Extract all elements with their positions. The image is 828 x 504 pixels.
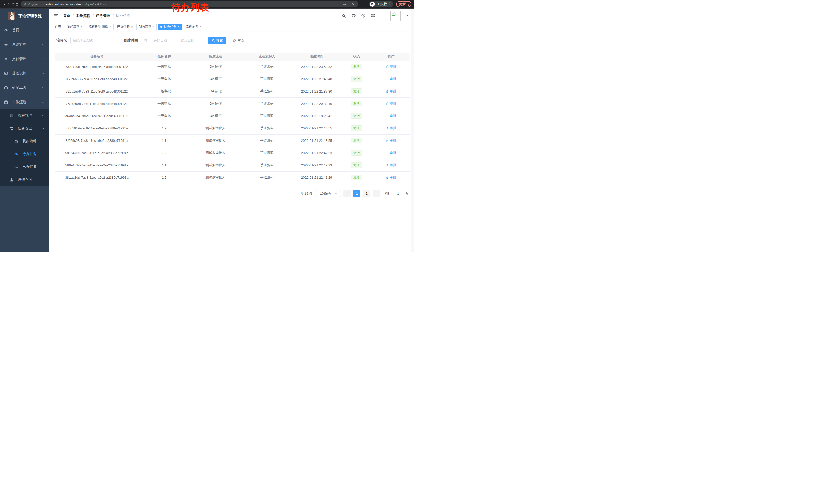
tab-home[interactable]: 首页 [52,24,64,30]
bookmark-star-icon[interactable] [351,2,355,6]
sidebar-collapse-icon[interactable] [54,13,59,18]
chevron-down-icon [42,114,45,117]
approve-button[interactable]: 审批 [385,113,396,118]
process-cell: OA 请假 [190,97,241,110]
breadcrumb-item[interactable]: 首页 [63,13,70,18]
sidebar-item-label: 待办任务 [22,152,37,156]
sidebar-item-dev-tools[interactable]: 研发工具 [0,81,49,95]
date-range-separator: - [173,39,174,43]
status-badge: 激活 [351,76,362,82]
search-icon[interactable] [342,13,346,18]
tab-close-icon[interactable]: × [199,26,201,29]
task-name-cell: 1.1 [138,134,190,147]
breadcrumb-item[interactable]: 工作流程 [76,13,90,18]
status-cell: 激活 [340,110,372,122]
filter-form: 流程名 创建时间 开始日期 - 结束日期 搜索 重置 [56,37,414,44]
process-cell: 测试多审批人 [190,171,241,184]
reset-button[interactable]: 重置 [230,37,248,44]
approve-button[interactable]: 审批 [385,126,396,131]
create-time-label: 创建时间 [124,38,138,43]
chevron-right-icon [375,192,378,195]
tab-start-process[interactable]: 发起流程× [65,24,85,30]
avatar[interactable] [390,11,401,21]
todo-task-table: 任务编号任务名称所属流程流程发起人创建时间状态操作 73211d9d-7b9b-… [55,53,410,184]
breadcrumb-item[interactable]: 任务管理 [96,13,110,18]
status-cell: 激活 [340,171,372,184]
approve-button[interactable]: 审批 [385,101,396,106]
status-cell: 激活 [340,122,372,134]
sidebar-item-done-tasks[interactable]: 已办任务 [0,161,49,173]
password-key-icon[interactable] [343,2,346,6]
approve-button[interactable]: 审批 [385,64,396,69]
sidebar-item-workflow[interactable]: 工作流程 [0,95,49,109]
browser-menu-icon[interactable] [408,3,409,6]
sidebar-item-process-mgmt[interactable]: 流程管理 [0,109,49,122]
date-range-picker[interactable]: 开始日期 - 结束日期 [141,37,202,44]
browser-back-icon[interactable] [3,2,7,6]
app-title: 芋道管理系统 [18,13,42,18]
page-button-1[interactable]: 1 [353,190,360,197]
sidebar-item-todo-tasks[interactable]: 待办任务 [0,148,49,161]
goto-suffix: 页 [405,191,408,196]
font-size-icon[interactable]: tT [381,13,385,18]
browser-update-button[interactable]: 更新 [396,1,411,7]
initiator-cell: 芋道源码 [241,73,293,85]
tab-todo-tasks[interactable]: 待办任务× [158,24,182,30]
tab-close-icon[interactable]: × [153,26,155,29]
chevron-up-icon [42,101,45,103]
task-id-cell: 580e1b3d-7ac8-11ec-a9e2-a2380e71991a [55,159,138,171]
avatar-caret-down-icon[interactable] [406,14,409,17]
face-icon [14,139,18,144]
goto-page-input[interactable] [394,190,403,197]
task-name-cell: 1.2 [138,122,190,134]
approve-button[interactable]: 审批 [385,175,396,180]
omnibox-divider [41,2,41,6]
calendar-icon [143,39,147,42]
security-label[interactable]: 不安全 [29,2,38,6]
tab-close-icon[interactable]: × [178,26,179,29]
tab-process-detail[interactable]: 流程详情× [183,24,203,30]
process-name-input[interactable] [70,37,118,44]
search-button[interactable]: 搜索 [208,37,226,44]
sidebar-item-payment-mgmt[interactable]: 支付管理 [0,52,49,66]
github-icon[interactable] [351,13,356,18]
page-size-select[interactable]: 10条/页 [316,190,341,197]
fullscreen-icon[interactable] [371,13,375,18]
browser-reload-icon[interactable] [11,2,15,6]
browser-forward-icon[interactable] [7,2,11,6]
svg-text:T: T [382,14,384,18]
scrollbar-gutter[interactable] [411,9,414,252]
approve-button[interactable]: 审批 [385,138,396,143]
sidebar-item-leave-query[interactable]: 请假查询 [0,173,49,186]
tab-done-tasks[interactable]: 已办任务× [115,24,135,30]
help-icon[interactable] [361,13,366,18]
page-button-2[interactable]: 2 [363,190,370,197]
browser-home-icon[interactable] [15,2,19,6]
sidebar-item-infrastructure[interactable]: 基础设施 [0,66,49,81]
sidebar-item-my-process[interactable]: 我的流程 [0,135,49,148]
process-cell: OA 请假 [190,73,241,85]
approve-button[interactable]: 审批 [385,77,396,81]
tab-my-process[interactable]: 我的流程× [136,24,157,30]
status-cell: 激活 [340,134,372,147]
app-logo-row[interactable]: 芋道管理系统 [0,9,49,23]
prev-page-button[interactable] [343,190,350,197]
sidebar-item-task-mgmt[interactable]: 任务管理 [0,122,49,135]
sidebar-item-label: 研发工具 [12,85,27,90]
tab-close-icon[interactable]: × [110,26,111,29]
sidebar-item-system-mgmt[interactable]: 系统管理 [0,37,49,52]
edit-pen-icon [385,139,388,142]
sidebar-item-home[interactable]: 首页 [0,23,49,37]
process-cell: OA 请假 [190,85,241,97]
approve-button[interactable]: 审批 [385,89,396,94]
approve-button[interactable]: 审批 [385,163,396,168]
status-cell: 激活 [340,73,372,85]
action-cell: 审批 [372,110,410,122]
next-page-button[interactable] [373,190,380,197]
tab-close-icon[interactable]: × [131,26,133,29]
tab-form-edit[interactable]: 流程表单-编辑× [86,24,114,30]
tab-close-icon[interactable]: × [81,26,83,29]
approve-button[interactable]: 审批 [385,150,396,155]
sidebar-item-label: 任务管理 [18,126,32,131]
task-id-cell: 725a1eb6-7b88-11ec-8ef0-acde48001122 [55,85,138,97]
